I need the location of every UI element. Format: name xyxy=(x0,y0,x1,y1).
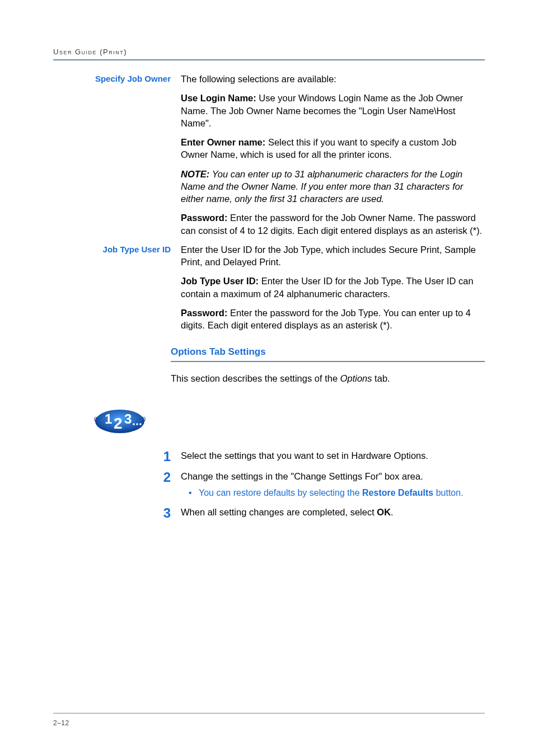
job-type-user-id-label: Job Type User ID xyxy=(53,243,171,339)
step-1-row: 1 Select the settings that you want to s… xyxy=(53,449,485,463)
options-tab-intro: This section describes the settings of t… xyxy=(171,372,485,384)
step-3-body: When all setting changes are completed, … xyxy=(181,506,394,520)
step-2-sub-a: You can restore defaults by selecting th… xyxy=(199,488,362,497)
options-tab-rule xyxy=(171,361,485,362)
step-3-row: 3 When all setting changes are completed… xyxy=(53,506,485,520)
specify-job-owner-body: The following selections are available: … xyxy=(181,73,485,243)
steps-icon: 1 2 3 xyxy=(92,407,485,436)
svg-point-6 xyxy=(139,423,142,425)
step-3-text-a: When all setting changes are completed, … xyxy=(181,507,377,517)
header-rule xyxy=(53,59,485,60)
svg-text:3: 3 xyxy=(124,411,132,426)
options-tab-heading: Options Tab Settings xyxy=(171,346,485,358)
otab-intro-b: tab. xyxy=(372,373,390,383)
svg-text:1: 1 xyxy=(105,411,112,426)
jtu-userid-bold: Job Type User ID: xyxy=(181,276,259,286)
jtu-password: Password: Enter the password for the Job… xyxy=(181,307,485,332)
jtu-intro: Enter the User ID for the Job Type, whic… xyxy=(181,243,485,269)
job-type-user-id-body: Enter the User ID for the Job Type, whic… xyxy=(181,243,485,339)
options-tab-body: This section describes the settings of t… xyxy=(171,372,485,384)
specify-job-owner-label: Specify Job Owner xyxy=(53,73,171,243)
sjo-note-bold: NOTE: xyxy=(181,169,209,179)
sjo-password: Password: Enter the password for the Job… xyxy=(181,212,485,237)
jtu-password-bold: Password: xyxy=(181,308,227,318)
otab-intro-a: This section describes the settings of t… xyxy=(171,373,340,383)
sjo-use-login-bold: Use Login Name: xyxy=(181,93,256,103)
page-footer: 2–12 xyxy=(53,713,485,727)
step-2-row: 2 Change the settings in the "Change Set… xyxy=(53,470,485,499)
sjo-enter-owner: Enter Owner name: Select this if you wan… xyxy=(181,136,485,161)
svg-point-5 xyxy=(136,423,138,425)
step-3-text-b: . xyxy=(391,507,394,517)
step-3-text-bold: OK xyxy=(377,507,391,517)
sjo-note-text: You can enter up to 31 alphanumeric char… xyxy=(181,169,463,204)
jtu-userid: Job Type User ID: Enter the User ID for … xyxy=(181,275,485,300)
page-number: 2–12 xyxy=(53,719,485,727)
sjo-note: NOTE: You can enter up to 31 alphanumeri… xyxy=(181,168,485,205)
step-2-sub-bold: Restore Defaults xyxy=(362,488,433,497)
step-2-sub-b: button. xyxy=(433,488,463,497)
step-1-text: Select the settings that you want to set… xyxy=(181,449,428,463)
svg-point-4 xyxy=(133,423,135,425)
step-3-num: 3 xyxy=(53,506,181,520)
step-2-sub: You can restore defaults by selecting th… xyxy=(199,487,463,499)
otab-intro-italic: Options xyxy=(340,373,372,383)
sjo-enter-owner-bold: Enter Owner name: xyxy=(181,137,265,147)
footer-rule xyxy=(53,713,485,713)
step-1-num: 1 xyxy=(53,449,181,463)
running-header: User Guide (Print) xyxy=(53,48,485,56)
step-2-num: 2 xyxy=(53,470,181,499)
svg-text:2: 2 xyxy=(114,415,123,432)
sjo-use-login-name: Use Login Name: Use your Windows Login N… xyxy=(181,92,485,129)
sjo-intro: The following selections are available: xyxy=(181,73,485,85)
sjo-password-bold: Password: xyxy=(181,213,227,223)
step-2-text: Change the settings in the "Change Setti… xyxy=(181,471,423,481)
step-2-body: Change the settings in the "Change Setti… xyxy=(181,470,463,499)
